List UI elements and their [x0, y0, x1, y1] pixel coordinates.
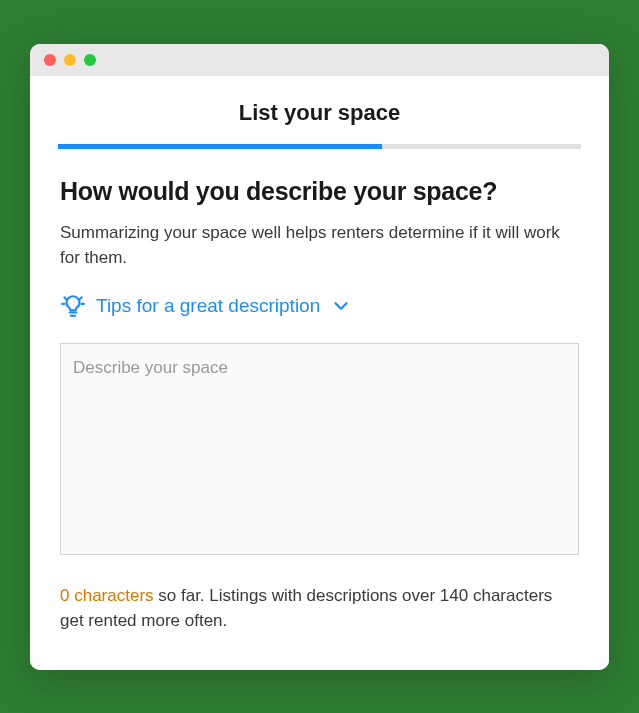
window-titlebar — [30, 44, 609, 76]
svg-line-2 — [80, 297, 82, 299]
app-window: List your space How would you describe y… — [30, 44, 609, 670]
description-textarea[interactable] — [60, 343, 579, 555]
lightbulb-icon — [60, 293, 86, 319]
tips-toggle[interactable]: Tips for a great description — [60, 293, 579, 319]
form-body: How would you describe your space? Summa… — [30, 149, 609, 670]
step-heading: How would you describe your space? — [60, 177, 579, 206]
character-count: 0 characters — [60, 586, 154, 605]
character-helper: 0 characters so far. Listings with descr… — [60, 583, 579, 634]
chevron-down-icon — [330, 295, 352, 317]
minimize-window-button[interactable] — [64, 54, 76, 66]
close-window-button[interactable] — [44, 54, 56, 66]
page-title: List your space — [30, 76, 609, 144]
tips-label: Tips for a great description — [96, 295, 320, 317]
svg-line-1 — [64, 297, 66, 299]
maximize-window-button[interactable] — [84, 54, 96, 66]
step-subheading: Summarizing your space well helps renter… — [60, 220, 579, 271]
content-area: List your space How would you describe y… — [30, 76, 609, 670]
